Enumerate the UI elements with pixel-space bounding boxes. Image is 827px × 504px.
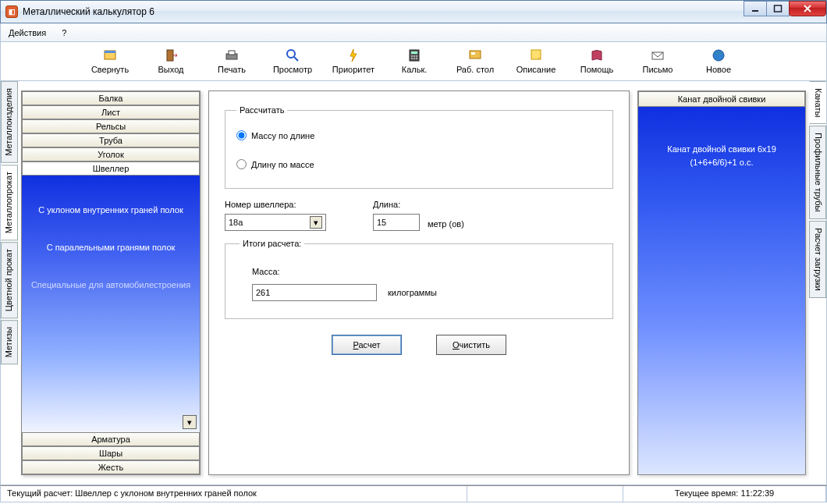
righttab-kanaty[interactable]: Канаты [809,81,826,124]
desktop-icon [468,48,482,62]
cat-ugolok[interactable]: Уголок [22,147,200,161]
category-panel: Балка Лист Рельсы Труба Уголок Швеллер С… [21,91,201,475]
close-button[interactable] [789,1,826,16]
svg-rect-10 [411,51,417,54]
lefttab-metalloizdeliya[interactable]: Металлоизделия [1,81,18,163]
lefttab-metizy[interactable]: Метизы [1,320,18,364]
svg-point-16 [416,58,417,59]
globe-icon [712,48,726,62]
svg-point-21 [713,50,724,61]
info-panel: Канат двойной свивки Канат двойной свивк… [637,91,806,475]
svg-point-15 [414,58,415,59]
menu-actions[interactable]: Действия [5,27,49,39]
door-icon [164,48,178,62]
tool-desktop[interactable]: Раб. стол [452,48,499,74]
results-legend: Итоги расчета: [240,239,304,248]
workspace: Металлоизделия Металлопрокат Цветной про… [0,81,827,485]
chevron-down-icon: ▾ [187,417,192,428]
len-unit: метр (ов) [428,219,464,229]
right-tabs: Канаты Профильные трубы Расчет загрузки [809,81,826,484]
svg-point-7 [287,50,295,58]
tool-mail[interactable]: Письмо [634,48,681,74]
chevron-down-icon: ▾ [310,216,322,229]
tool-print[interactable]: Печать [208,48,255,74]
tool-minimize[interactable]: Свернуть [87,48,133,74]
opt-uklonom[interactable]: С уклоном внутренних граней полок [38,205,183,215]
window-controls [744,1,826,16]
cat-balka[interactable]: Балка [22,91,200,105]
form-panel: Рассчитать Массу по длине Длину по массе… [208,91,630,475]
svg-point-14 [411,58,413,59]
shveller-options: С уклоном внутренних граней полок С пара… [22,176,200,432]
righttab-profiltruby[interactable]: Профильные трубы [809,126,826,219]
svg-rect-1 [775,5,782,12]
button-row: Расчет Очистить [225,335,613,355]
window-title: Металлический калькулятор 6 [23,6,154,17]
lefttab-tsvetnoy[interactable]: Цветной прокат [1,242,18,318]
bolt-icon [346,48,360,62]
len-input[interactable] [373,214,420,231]
tool-preview[interactable]: Просмотр [269,48,316,74]
tool-exit[interactable]: Выход [147,48,194,74]
menubar: Действия ? [0,23,827,42]
tool-new[interactable]: Новое [695,48,742,74]
info-line2: (1+6+6/6)+1 о.с. [638,156,805,169]
num-value: 18а [229,218,243,227]
num-combo[interactable]: 18а ▾ [225,214,326,231]
status-spacer [467,486,623,502]
righttab-zagruzka[interactable]: Расчет загрузки [809,221,826,298]
opt-parallel[interactable]: С паралельными гранями полок [47,243,176,252]
len-label: Длина: [373,200,464,209]
calc-button[interactable]: Расчет [332,335,402,355]
tool-calc[interactable]: Кальк. [391,48,438,74]
svg-rect-0 [752,10,758,12]
calculator-icon [407,48,421,62]
tool-priority[interactable]: Приоритет [330,48,377,74]
calculate-legend: Рассчитать [236,105,287,115]
cat-zhest[interactable]: Жесть [22,460,200,474]
radio-mass-by-length[interactable] [236,130,247,140]
app-icon: ◧ [5,5,18,18]
menu-help[interactable]: ? [59,27,69,39]
svg-point-11 [411,55,413,57]
svg-point-13 [416,55,417,57]
options-dropdown-button[interactable]: ▾ [183,415,197,429]
radio-length-by-mass[interactable] [236,159,247,169]
cat-list[interactable]: Лист [22,105,200,119]
opt-auto[interactable]: Специальные для автомобилестроения [31,280,190,289]
svg-rect-3 [105,51,115,53]
info-body: Канат двойной свивки 6х19 (1+6+6/6)+1 о.… [638,107,805,474]
svg-rect-19 [531,50,541,59]
calculate-group: Рассчитать Массу по длине Длину по массе [225,105,613,189]
maximize-button[interactable] [766,1,790,16]
note-icon [529,48,543,62]
mass-label: Масса: [252,267,598,276]
window-icon [103,48,117,62]
radio-length-label: Длину по массе [251,160,314,169]
cat-shveller[interactable]: Швеллер [22,161,200,176]
cat-shary[interactable]: Шары [22,446,200,460]
mass-output[interactable] [252,284,377,301]
svg-rect-18 [471,52,475,55]
parameters-row: Номер швеллера: 18а ▾ Длина: метр (ов) [225,200,613,231]
minimize-button[interactable] [744,1,767,16]
results-block: Итоги расчета: Масса: килограммы [225,239,613,319]
svg-rect-4 [167,50,173,61]
clear-button[interactable]: Очистить [436,335,506,355]
left-tabs: Металлоизделия Металлопрокат Цветной про… [1,81,18,484]
mass-unit: килограммы [388,288,437,297]
svg-rect-6 [229,51,235,55]
zoom-icon [286,48,300,62]
cat-truba[interactable]: Труба [22,133,200,147]
info-line1: Канат двойной свивки 6х19 [638,143,805,156]
cat-armatura[interactable]: Арматура [22,432,200,446]
tool-help[interactable]: Помощь [573,48,620,74]
radio-mass-label: Массу по длине [251,131,314,140]
tool-descr[interactable]: Описание [513,48,559,74]
info-header[interactable]: Канат двойной свивки [638,91,805,107]
lefttab-metalloprokat[interactable]: Металлопрокат [1,165,18,240]
svg-line-8 [294,57,298,61]
mail-icon [651,48,665,62]
status-time: Текущее время: 11:22:39 [623,486,826,502]
cat-relsy[interactable]: Рельсы [22,119,200,133]
